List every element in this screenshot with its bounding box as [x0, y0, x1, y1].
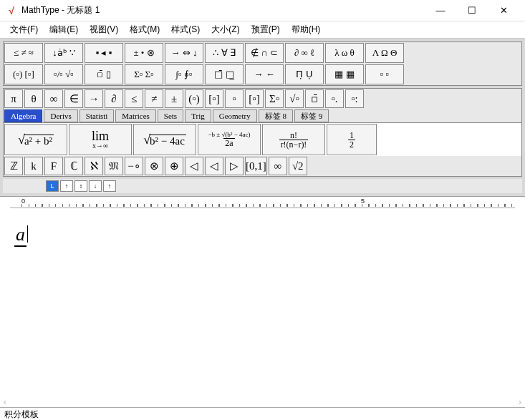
formula-quadratic[interactable]: −b ± √(b² − 4ac)2a [198, 124, 261, 155]
palette1-btn-9[interactable]: Λ Ω Θ [365, 43, 404, 63]
palette2-btn-4[interactable]: ∫▫ ∮▫ [165, 64, 203, 84]
mini-tool-0[interactable]: L [46, 180, 59, 192]
mini-tool-4[interactable]: ↑ [103, 180, 116, 192]
menu-help[interactable]: 帮助(H) [286, 22, 327, 37]
menubar: 文件(F) 编辑(E) 视图(V) 格式(M) 样式(S) 大小(Z) 预置(P… [0, 21, 525, 39]
scroll-left-icon[interactable]: ‹ [0, 397, 10, 407]
tab-derivs[interactable]: Derivs [44, 109, 77, 122]
palette4-btn-6[interactable]: −∘ [125, 157, 143, 175]
window-title: MathType - 无标题 1 [21, 4, 425, 16]
tab-标签-8[interactable]: 标签 8 [259, 109, 293, 122]
palette4-btn-10[interactable]: ◁ [205, 157, 223, 175]
tab-matrices[interactable]: Matrices [115, 109, 155, 122]
formula-pythag[interactable]: a² + b² [4, 124, 67, 155]
palette2-btn-6[interactable]: → ← [245, 64, 284, 84]
palette3-btn-13[interactable]: Σ▫ [265, 89, 284, 108]
palette2-btn-2[interactable]: ▫̄ ▯ [85, 64, 123, 84]
palette2-btn-3[interactable]: Σ▫ Σ▫ [125, 64, 163, 84]
close-button[interactable]: ✕ [488, 0, 519, 21]
mini-tool-1[interactable]: ↑ [60, 180, 73, 192]
menu-size[interactable]: 大小(Z) [206, 22, 245, 37]
palette3-btn-8[interactable]: ± [165, 89, 183, 108]
palette4-btn-14[interactable]: √2 [289, 157, 307, 175]
statusbar: 积分模板 [0, 407, 525, 420]
palette1-btn-8[interactable]: λ ω θ [325, 43, 364, 63]
mini-tool-3[interactable]: ↓ [89, 180, 102, 192]
palette3-btn-2[interactable]: ∞ [44, 89, 63, 108]
menu-format[interactable]: 格式(M) [124, 22, 165, 37]
palette3-btn-5[interactable]: ∂ [105, 89, 123, 108]
palette4-btn-12[interactable]: [0,1] [245, 157, 267, 175]
scroll-right-icon[interactable]: › [515, 397, 525, 407]
palette2-btn-5[interactable]: □̄ □̲ [205, 64, 244, 84]
palette3-btn-6[interactable]: ≤ [125, 89, 143, 108]
palette4-btn-1[interactable]: k [24, 157, 43, 175]
palette4-btn-5[interactable]: 𝔐 [105, 157, 123, 175]
palette1-btn-5[interactable]: ∴ ∀ ∃ [205, 43, 244, 63]
palette3-btn-7[interactable]: ≠ [145, 89, 163, 108]
equation-content[interactable]: a [14, 224, 27, 247]
palette3-btn-0[interactable]: π [4, 89, 23, 108]
palette4-btn-2[interactable]: F [44, 157, 63, 175]
palette3-btn-14[interactable]: √▫ [285, 89, 304, 108]
tab-geometry[interactable]: Geometry [213, 109, 257, 122]
palette3-btn-3[interactable]: ∈ [64, 89, 83, 108]
palette4-btn-3[interactable]: ℂ [64, 157, 83, 175]
palette3-btn-11[interactable]: ▫ [225, 89, 244, 108]
menu-edit[interactable]: 编辑(E) [44, 22, 84, 37]
palette1-btn-7[interactable]: ∂ ∞ ℓ [285, 43, 324, 63]
formula-half[interactable]: 12 [327, 124, 377, 155]
tab-trig[interactable]: Trig [185, 109, 211, 122]
palette2-btn-1[interactable]: ▫/▫ √▫ [44, 64, 83, 84]
palette4-btn-7[interactable]: ⊗ [145, 157, 163, 175]
palette4-btn-4[interactable]: ℵ [85, 157, 103, 175]
palette3-btn-1[interactable]: θ [24, 89, 43, 108]
palette1-btn-4[interactable]: → ⇔ ↓ [165, 43, 203, 63]
tab-标签-9[interactable]: 标签 9 [294, 109, 329, 122]
menu-preset[interactable]: 预置(P) [246, 22, 286, 37]
symbol-palettes: ≤ ≠ ≈↓ȧᵇ ∵▪ ◂ ▪± • ⊗→ ⇔ ↓∴ ∀ ∃∉ ∩ ⊂∂ ∞ ℓ… [0, 39, 525, 197]
menu-view[interactable]: 视图(V) [84, 22, 124, 37]
palette4-btn-0[interactable]: ℤ [4, 157, 23, 175]
tab-sets[interactable]: Sets [158, 109, 183, 122]
palette3-btn-4[interactable]: → [85, 89, 103, 108]
palette1-btn-0[interactable]: ≤ ≠ ≈ [4, 43, 43, 63]
palette2-btn-9[interactable]: ▫ ▫ [365, 64, 404, 84]
formula-discriminant[interactable]: b² − 4ac [133, 124, 196, 155]
menu-file[interactable]: 文件(F) [4, 22, 44, 37]
tab-algebra[interactable]: Algebra [4, 109, 42, 122]
palette4-btn-13[interactable]: ∞ [269, 157, 287, 175]
palette2-btn-0[interactable]: (▫) [▫] [4, 64, 43, 84]
palette4-btn-8[interactable]: ⊕ [165, 157, 183, 175]
text-cursor [27, 225, 28, 243]
status-text: 积分模板 [4, 409, 39, 419]
formula-limit[interactable]: limx→∞ [69, 124, 132, 155]
palette4-btn-9[interactable]: ◁ [185, 157, 203, 175]
palette1-btn-2[interactable]: ▪ ◂ ▪ [85, 43, 123, 63]
app-logo-icon: √ [6, 5, 17, 16]
palette1-btn-1[interactable]: ↓ȧᵇ ∵ [44, 43, 83, 63]
formula-combination[interactable]: n!r!(n−r)! [262, 124, 325, 155]
mini-tool-2[interactable]: ↕ [74, 180, 87, 192]
palette1-btn-6[interactable]: ∉ ∩ ⊂ [245, 43, 284, 63]
palette3-btn-16[interactable]: ▫. [325, 89, 344, 108]
ruler[interactable] [10, 197, 515, 208]
palette1-btn-3[interactable]: ± • ⊗ [125, 43, 163, 63]
tab-statisti[interactable]: Statisti [80, 109, 115, 122]
editor-canvas[interactable]: a [10, 208, 515, 407]
menu-style[interactable]: 样式(S) [165, 22, 206, 37]
palette3-btn-9[interactable]: (▫) [185, 89, 203, 108]
palette4-btn-11[interactable]: ▷ [225, 157, 244, 175]
maximize-button[interactable]: ☐ [456, 0, 488, 21]
palette2-btn-7[interactable]: Π̣ Ụ [285, 64, 324, 84]
palette3-btn-12[interactable]: [▫] [245, 89, 264, 108]
palette3-btn-10[interactable]: [▫] [205, 89, 223, 108]
minimize-button[interactable]: — [425, 0, 456, 21]
palette2-btn-8[interactable]: ▦ ▦ [325, 64, 364, 84]
palette3-btn-17[interactable]: ▫: [345, 89, 364, 108]
palette3-btn-15[interactable]: ▫̄ [305, 89, 324, 108]
